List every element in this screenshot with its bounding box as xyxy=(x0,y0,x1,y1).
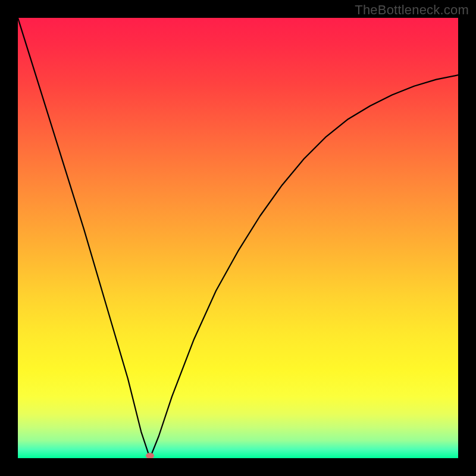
chart-plot-area xyxy=(18,18,458,458)
chart-marker-point xyxy=(146,453,154,458)
watermark-text: TheBottleneck.com xyxy=(355,2,469,18)
chart-curve-line xyxy=(18,18,458,458)
chart-curve-svg xyxy=(18,18,458,458)
